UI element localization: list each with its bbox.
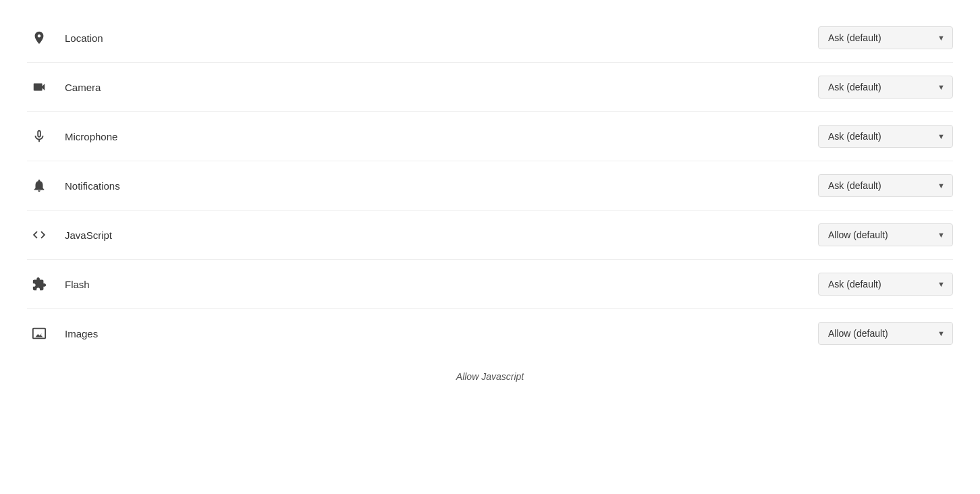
microphone-dropdown-wrapper: Ask (default) Allow Block — [818, 125, 953, 148]
notifications-dropdown-wrapper: Ask (default) Allow Block — [818, 174, 953, 197]
javascript-dropdown-wrapper: Allow (default) Block — [818, 223, 953, 246]
left-section-microphone: Microphone — [27, 124, 117, 148]
settings-list: Location Ask (default) Allow Block Camer… — [27, 13, 953, 358]
images-label: Images — [65, 328, 98, 339]
location-dropdown[interactable]: Ask (default) Allow Block — [818, 26, 953, 49]
settings-row-flash: Flash Ask (default) Allow Block — [27, 260, 953, 309]
settings-row-location: Location Ask (default) Allow Block — [27, 13, 953, 63]
javascript-dropdown[interactable]: Allow (default) Block — [818, 223, 953, 246]
notifications-label: Notifications — [65, 180, 120, 192]
location-icon — [27, 26, 51, 50]
microphone-dropdown[interactable]: Ask (default) Allow Block — [818, 125, 953, 148]
puzzle-icon — [27, 272, 51, 296]
settings-row-javascript: JavaScript Allow (default) Block — [27, 211, 953, 260]
left-section-notifications: Notifications — [27, 173, 120, 198]
left-section-javascript: JavaScript — [27, 223, 112, 247]
settings-row-camera: Camera Ask (default) Allow Block — [27, 63, 953, 112]
settings-row-notifications: Notifications Ask (default) Allow Block — [27, 161, 953, 211]
microphone-icon — [27, 124, 51, 148]
location-label: Location — [65, 32, 103, 44]
camera-dropdown-wrapper: Ask (default) Allow Block — [818, 76, 953, 99]
left-section-flash: Flash — [27, 272, 90, 296]
bell-icon — [27, 173, 51, 198]
camera-label: Camera — [65, 82, 101, 93]
notifications-dropdown[interactable]: Ask (default) Allow Block — [818, 174, 953, 197]
flash-dropdown[interactable]: Ask (default) Allow Block — [818, 273, 953, 296]
camera-icon — [27, 75, 51, 99]
settings-row-microphone: Microphone Ask (default) Allow Block — [27, 112, 953, 161]
flash-dropdown-wrapper: Ask (default) Allow Block — [818, 273, 953, 296]
settings-row-images: Images Allow (default) Block — [27, 309, 953, 358]
flash-label: Flash — [65, 279, 90, 290]
left-section-images: Images — [27, 321, 98, 346]
location-dropdown-wrapper: Ask (default) Allow Block — [818, 26, 953, 49]
images-dropdown-wrapper: Allow (default) Block — [818, 322, 953, 345]
images-dropdown[interactable]: Allow (default) Block — [818, 322, 953, 345]
footer-note: Allow Javascript — [27, 371, 953, 382]
microphone-label: Microphone — [65, 131, 117, 142]
left-section-location: Location — [27, 26, 103, 50]
camera-dropdown[interactable]: Ask (default) Allow Block — [818, 76, 953, 99]
javascript-label: JavaScript — [65, 229, 112, 241]
image-icon — [27, 321, 51, 346]
left-section-camera: Camera — [27, 75, 101, 99]
code-icon — [27, 223, 51, 247]
